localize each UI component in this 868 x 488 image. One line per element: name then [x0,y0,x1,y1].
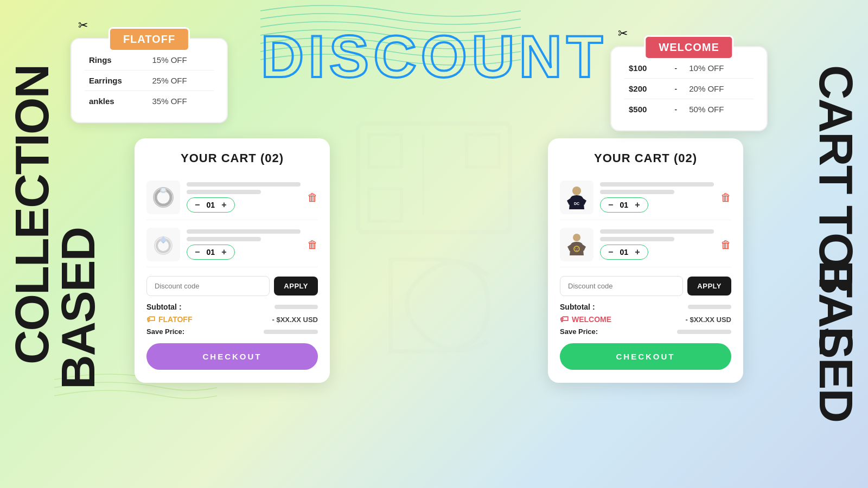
item-name-bar [187,229,301,234]
coupon-row: $100 - 10% OFF [624,58,754,79]
item-details-shirt2: − 01 + [600,229,714,260]
scissors-icon-left: ✂ [78,18,88,33]
item-image-shirt1: DC [560,181,593,214]
item-details-ring2: − 01 + [187,229,301,260]
tag-icon-left: 🏷 [146,314,155,324]
svg-rect-1 [369,134,401,167]
coupon-table-left: Rings 15% OFF Earrings 25% OFF ankles 35… [85,50,214,111]
cart-title-left: YOUR CART (02) [146,151,318,165]
coupon-table-right: $100 - 10% OFF $200 - 20% OFF $500 - 50%… [624,58,754,119]
coupon-row: Rings 15% OFF [85,50,214,70]
save-bar-left [264,330,318,334]
item-image-ring1 [146,181,180,214]
tag-icon-right: 🏷 [560,314,569,324]
discount-tag-row-left: 🏷 FLATOFF - $XX.XX USD [146,314,318,324]
delete-btn-1-left[interactable]: 🗑 [307,191,318,204]
qty-increase-1-right[interactable]: + [634,200,641,210]
vertical-text-collection: COLLECTION [8,65,56,364]
checkout-btn-left[interactable]: CHECKOUT [146,343,318,370]
cart-item-1-left: − 01 + 🗑 [146,175,318,220]
discount-row-right: APPLY [560,276,731,296]
svg-point-8 [161,188,165,191]
discount-input-left[interactable] [146,276,270,296]
item-price-bar [600,190,674,194]
qty-value-2-right: 01 [618,248,629,256]
subtotal-bar-left [275,305,318,309]
apply-btn-left[interactable]: APPLY [274,277,318,296]
svg-text:DC: DC [574,202,579,206]
subtotal-section-left: Subtotal : 🏷 FLATOFF - $XX.XX USD Save P… [146,303,318,336]
subtotal-section-right: Subtotal : 🏷 WELCOME - $XX.XX USD Save P… [560,303,731,336]
qty-increase-1-left[interactable]: + [220,200,227,210]
qty-decrease-1-right[interactable]: − [607,200,614,210]
qty-increase-2-right[interactable]: + [634,247,641,257]
apply-btn-right[interactable]: APPLY [687,277,731,296]
vertical-text-based-left: BASED [54,228,102,389]
cart-panel-left: YOUR CART (02) − 01 + 🗑 [135,138,330,383]
qty-value-2-left: 01 [205,248,216,256]
svg-rect-3 [369,189,401,221]
item-name-bar [600,182,714,187]
coupon-category: Earrings [85,70,148,91]
qty-controls-1-left: − 01 + [187,197,235,213]
coupon-discount: 20% OFF [685,79,754,99]
watermark [326,107,542,381]
scissors-icon-right: ✂ [618,27,628,41]
qty-controls-2-left: − 01 + [187,245,235,260]
cart-panel-right: YOUR CART (02) DC − 01 + 🗑 [548,138,743,383]
coupon-row: Earrings 25% OFF [85,70,214,91]
delete-btn-1-right[interactable]: 🗑 [720,191,731,204]
qty-decrease-2-left[interactable]: − [194,247,201,257]
item-name-bar [187,182,301,187]
coupon-card-flatoff: ✂ FLATOFF Rings 15% OFF Earrings 25% OFF… [71,38,228,123]
coupon-card-welcome: ✂ WELCOME $100 - 10% OFF $200 - 20% OFF … [610,46,768,131]
qty-decrease-2-right[interactable]: − [607,247,614,257]
svg-rect-0 [358,124,510,232]
discount-amount-left: - $XX.XX USD [272,316,318,324]
item-price-bar [600,237,674,241]
coupon-row: $200 - 20% OFF [624,79,754,99]
coupon-category: ankles [85,91,148,112]
item-image-ring2 [146,228,180,261]
qty-increase-2-left[interactable]: + [220,247,227,257]
item-price-bar [187,237,261,241]
coupon-discount: 50% OFF [685,99,754,120]
checkout-btn-right[interactable]: CHECKOUT [560,343,731,370]
svg-point-18 [575,248,576,249]
item-price-bar [187,190,261,194]
subtotal-label-right: Subtotal : [560,303,595,311]
delete-btn-2-right[interactable]: 🗑 [720,239,731,251]
coupon-dash: - [667,99,685,120]
delete-btn-2-left[interactable]: 🗑 [307,239,318,251]
subtotal-row-right: Subtotal : [560,303,731,311]
save-label-left: Save Price: [146,328,184,336]
qty-controls-2-right: − 01 + [600,245,648,260]
cart-item-1-right: DC − 01 + 🗑 [560,175,731,220]
save-row-right: Save Price: [560,328,731,336]
qty-controls-1-right: − 01 + [600,197,648,213]
item-right-2-right: 🗑 [720,239,731,251]
item-details-ring1: − 01 + [187,182,301,213]
svg-rect-2 [467,134,499,167]
page-title: DISCOUNT [261,22,607,91]
svg-point-14 [572,187,581,195]
coupon-amount: $500 [624,99,667,120]
coupon-discount: 15% OFF [148,50,214,70]
subtotal-row-left: Subtotal : [146,303,318,311]
coupon-name-right: WELCOME [572,315,611,324]
coupon-amount: $100 [624,58,667,79]
cart-title-right: YOUR CART (02) [560,151,731,165]
discount-tag-row-right: 🏷 WELCOME - $XX.XX USD [560,314,731,324]
discount-row-left: APPLY [146,276,318,296]
svg-point-19 [577,248,578,249]
coupon-discount: 25% OFF [148,70,214,91]
vertical-text-based-right: BASED [812,260,860,422]
subtotal-label-left: Subtotal : [146,303,182,311]
item-right-2: 🗑 [307,239,318,251]
discount-input-right[interactable] [560,276,683,296]
item-name-bar [600,229,714,234]
discount-tag-left: 🏷 FLATOFF [146,314,192,324]
svg-point-16 [573,234,580,241]
qty-decrease-1-left[interactable]: − [194,200,201,210]
coupon-row: $500 - 50% OFF [624,99,754,120]
